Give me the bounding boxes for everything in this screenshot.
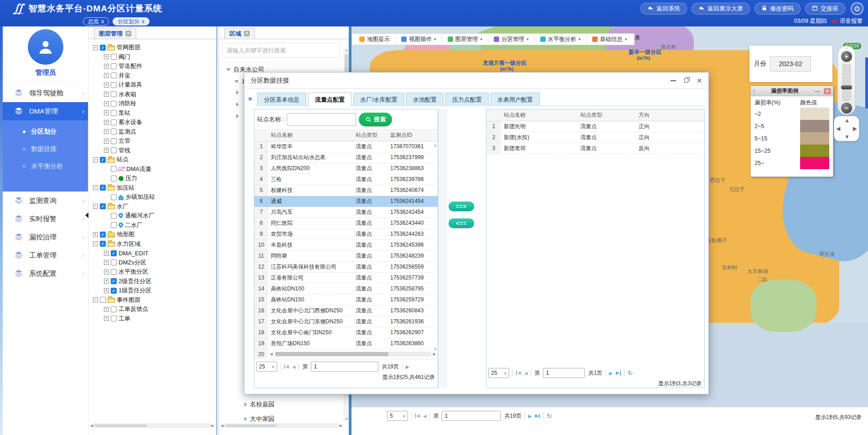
layer-tree-node-井室[interactable]: +井室	[91, 71, 214, 81]
header-button-返回系统[interactable]: 返回系统	[641, 3, 687, 15]
sidebar-item-系统配置[interactable]: 系统配置›	[3, 264, 88, 283]
tree-expander-icon[interactable]: +	[104, 83, 109, 88]
tree-expander-icon[interactable]: +	[104, 269, 109, 274]
layer-tree-node-工单反馈点[interactable]: +工单反馈点	[91, 305, 214, 314]
dialog-tab-压力点配置[interactable]: 压力点配置	[445, 93, 489, 106]
layer-tree-node-水力区域[interactable]: −水力区域	[91, 239, 214, 249]
sidebar-item-工单管理[interactable]: 工单管理›	[3, 246, 88, 264]
scroll-left-icon[interactable]: ◀	[270, 352, 273, 356]
tree-node-大中家园[interactable]: 大中家园	[244, 415, 274, 423]
prev-page-icon[interactable]: ◀	[423, 414, 427, 419]
table-hscrollbar[interactable]: ◀ ▶	[268, 352, 438, 357]
header-button-交接班[interactable]: 交接班	[805, 3, 845, 15]
tree-expander-icon[interactable]: +	[104, 279, 109, 284]
last-page-icon[interactable]: ▶	[616, 371, 621, 375]
close-icon[interactable]: ✕	[244, 31, 250, 36]
dialog-tab-水厂/水库配置[interactable]: 水厂/水库配置	[353, 93, 404, 106]
map-menu-地图提示[interactable]: 地图提示	[354, 35, 396, 43]
zoom-in-button[interactable]: +	[841, 51, 852, 62]
close-icon[interactable]: ✕	[125, 31, 131, 36]
scroll-left-icon[interactable]: ◀	[90, 424, 93, 428]
table-row[interactable]: 8同仁医院流量点17536243440	[254, 218, 438, 229]
layer-tree-node-水表箱[interactable]: +水表箱	[91, 90, 214, 99]
scroll-down-icon[interactable]: ∨	[434, 347, 437, 351]
layer-tree-node-工单[interactable]: +工单	[91, 314, 214, 324]
layer-tree-node-立管[interactable]: +立管	[91, 136, 214, 146]
scroll-up-icon[interactable]: ∧	[434, 143, 437, 148]
tab-region[interactable]: 区域 ✕	[224, 28, 255, 39]
tree-checkbox[interactable]	[100, 203, 106, 209]
tree-checkbox[interactable]	[111, 166, 117, 172]
tree-expander-icon[interactable]: +	[104, 139, 109, 144]
voice-alarm-button[interactable]: 语音报警	[832, 17, 863, 25]
layer-tree-node-DMA流量[interactable]: DMA流量	[91, 165, 214, 174]
last-page-icon[interactable]: ▶	[535, 414, 540, 418]
search-button[interactable]: 搜索	[359, 113, 392, 126]
layer-tree-node-压力[interactable]: 压力	[91, 174, 214, 183]
table-row[interactable]: 19吾悦广场DN150流量点17536263860	[254, 338, 438, 349]
tree-checkbox[interactable]	[100, 241, 106, 247]
refresh-icon[interactable]: ↻	[547, 412, 552, 419]
maximize-icon[interactable]	[684, 78, 688, 83]
zoom-slider-handle[interactable]	[841, 85, 852, 89]
tree-checkbox[interactable]	[111, 147, 117, 153]
table-row[interactable]: 17文化会展中心北门东侧DN250流量点17536261936	[254, 316, 438, 327]
avatar[interactable]	[28, 29, 63, 65]
layer-tree-node-站点[interactable]: −站点	[91, 155, 214, 165]
scroll-right-icon[interactable]: ▶	[433, 352, 436, 356]
tree-expander-icon[interactable]: −	[93, 204, 98, 209]
page-number-input[interactable]	[442, 411, 501, 421]
layer-tree-node-DMA_EDIT[interactable]: +DMA_EDIT	[91, 249, 214, 258]
sidebar-collapse-handle[interactable]	[85, 212, 88, 218]
tree-checkbox[interactable]	[111, 213, 117, 219]
tree-expander-icon[interactable]: +	[104, 101, 109, 106]
tree-checkbox[interactable]	[111, 101, 117, 107]
legend-titlebar[interactable]: ⣿ 漏损率图例 — ✕	[751, 86, 833, 96]
workspace-tab-分区划分[interactable]: 分区划分x	[113, 17, 150, 26]
sidebar-item-监测查询[interactable]: 监测查询›	[3, 192, 88, 210]
tree-expander-icon[interactable]: −	[93, 45, 98, 50]
next-page-icon[interactable]: ▶	[609, 371, 613, 376]
dialog-tab-分区基本信息[interactable]: 分区基本信息	[257, 93, 306, 106]
first-page-icon[interactable]: ◀	[415, 414, 420, 418]
sidebar-item-实时报警[interactable]: 实时报警›	[3, 210, 88, 228]
next-page-icon[interactable]: ▶	[528, 414, 532, 419]
tree-checkbox[interactable]	[111, 222, 117, 228]
first-page-icon[interactable]: ◀	[284, 364, 289, 369]
table-row[interactable]: 16文化会展中心北门西侧DN250流量点17536260843	[254, 306, 438, 316]
month-picker[interactable]: 2023-02	[770, 56, 811, 72]
tree-expander-icon[interactable]: +	[104, 316, 109, 321]
tree-expander-icon[interactable]: +	[104, 110, 109, 115]
layer-tree-node-管网图层[interactable]: −管网图层	[91, 43, 214, 52]
pan-up-icon[interactable]: ▲	[844, 117, 850, 124]
zoom-out-button[interactable]: −	[841, 103, 852, 114]
map-menu-水平衡分析[interactable]: 水平衡分析▾	[535, 35, 587, 43]
dialog-tab-水池配置[interactable]: 水池配置	[406, 93, 444, 106]
layer-tree-node-计量器具[interactable]: +计量器具	[91, 80, 214, 90]
table-row[interactable]: 2新团(水投)流量点正向	[486, 132, 704, 143]
scroll-right-icon[interactable]: ▶	[340, 424, 342, 428]
tree-checkbox[interactable]	[111, 194, 117, 200]
table-row[interactable]: 13正泰有限公司流量点17536257739	[254, 273, 438, 284]
prev-page-icon[interactable]: ◀	[292, 364, 296, 369]
close-icon[interactable]: ✕	[824, 88, 831, 94]
table-row[interactable]: 2刘庄加压站出站水总表流量点17536237999	[254, 152, 438, 163]
close-icon[interactable]: ✕	[697, 78, 702, 84]
tree-checkbox[interactable]	[111, 54, 117, 60]
layer-tree-node-监测点[interactable]: +监测点	[91, 127, 214, 137]
layer-tree-node-1级责任分区[interactable]: +1级责任分区	[91, 286, 214, 295]
layer-tree-node-二水厂[interactable]: 二水厂	[91, 221, 214, 230]
tree-checkbox[interactable]	[111, 269, 117, 275]
pan-right-icon[interactable]: ▶	[853, 125, 857, 132]
map-pan-control[interactable]: ▲ ▼ ◀ ▶	[834, 116, 859, 141]
tree-checkbox[interactable]	[111, 72, 117, 78]
sidebar-item-领导驾驶舱[interactable]: 领导驾驶舱›	[3, 84, 88, 102]
tree-expander-icon[interactable]: +	[104, 260, 109, 265]
header-button-返回展示大屏[interactable]: 返回展示大屏	[692, 3, 750, 15]
sidebar-item-漏控治理[interactable]: 漏控治理›	[3, 228, 88, 246]
tree-expander-icon[interactable]: +	[104, 129, 109, 134]
scroll-left-icon[interactable]: ◀	[221, 424, 223, 428]
layer-tree-node-加压站[interactable]: −加压站	[91, 183, 214, 193]
tree-expand-arrow[interactable]	[244, 402, 247, 407]
move-right-button[interactable]: ==>	[449, 202, 474, 211]
